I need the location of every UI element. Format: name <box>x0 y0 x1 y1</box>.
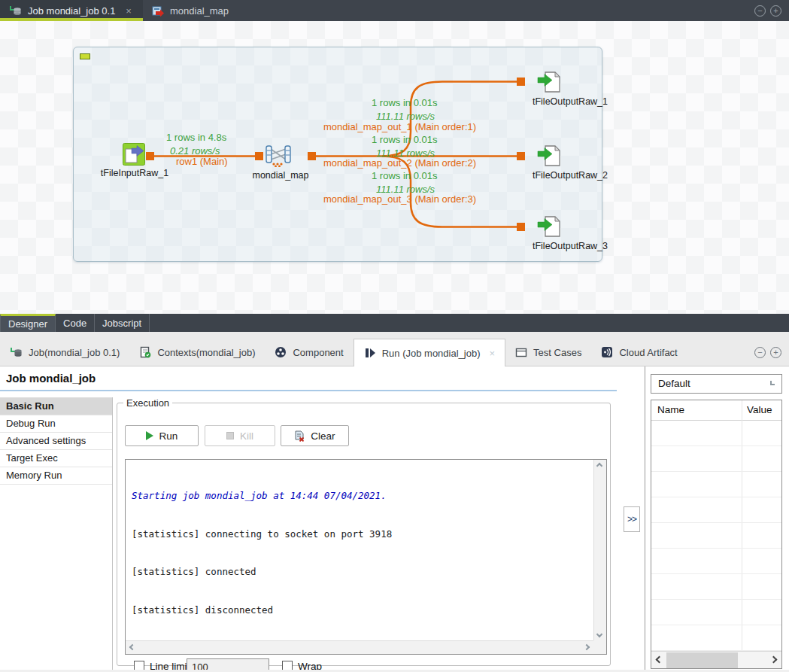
scroll-right-icon[interactable] <box>584 644 590 650</box>
tab-label: Jobscript <box>102 318 141 329</box>
context-dropdown[interactable]: Default <box>651 374 782 394</box>
tab-cloud-artifact[interactable]: Cloud Artifact <box>591 339 687 366</box>
component-label[interactable]: tFileInputRaw_1 <box>74 168 196 178</box>
tab-jobscript[interactable]: Jobscript <box>95 314 150 332</box>
table-row <box>651 549 781 574</box>
connector-square[interactable] <box>517 152 525 160</box>
table-horizontal-scrollbar[interactable] <box>651 651 781 668</box>
component-tfileoutputraw-3[interactable] <box>537 215 561 241</box>
job-canvas[interactable]: tFileInputRaw_1 mondial_map <box>73 47 602 262</box>
console-line: [statistics] connecting to socket on por… <box>132 528 587 541</box>
console-line: [statistics] connected <box>132 566 587 579</box>
run-button[interactable]: Run <box>125 425 199 446</box>
out3-connection-label[interactable]: mondial_map_out_3 (Main order:3) <box>323 193 476 205</box>
kill-button-label: Kill <box>240 430 253 442</box>
contexts-icon <box>139 346 151 358</box>
component-tfileoutputraw-2[interactable] <box>537 144 561 170</box>
tmap-icon <box>264 144 293 167</box>
table-row <box>651 497 781 523</box>
sidebar-item-advanced-settings[interactable]: Advanced settings <box>0 433 112 450</box>
tab-run[interactable]: Run (Job mondial_job) × <box>354 339 505 366</box>
sidebar-item-debug-run[interactable]: Debug Run <box>0 415 112 433</box>
maximize-view-icon[interactable]: + <box>770 5 781 17</box>
console-horizontal-scrollbar[interactable] <box>126 640 593 654</box>
minimize-panel-icon[interactable]: − <box>754 347 766 358</box>
connector-square[interactable] <box>517 78 525 86</box>
tab-label: Job mondial_job 0.1 <box>28 5 115 17</box>
row1-rows-stat: 1 rows in 4.8s <box>166 132 226 143</box>
component-tfileinputraw-1[interactable] <box>123 143 145 169</box>
scroll-up-icon[interactable] <box>596 463 602 469</box>
console-vertical-scrollbar[interactable] <box>593 460 606 640</box>
table-row <box>651 472 781 497</box>
tab-test-cases[interactable]: Test Cases <box>505 339 591 366</box>
panel-divider <box>645 366 645 672</box>
run-view: Job mondial_job Basic Run Debug Run Adva… <box>0 366 789 672</box>
component-label[interactable]: tFileOutputRaw_1 <box>491 96 649 107</box>
connector-square[interactable] <box>146 152 154 160</box>
connector-square[interactable] <box>308 152 316 160</box>
file-output-icon <box>537 144 561 167</box>
table-body <box>651 421 781 651</box>
out1-connection-label[interactable]: mondial_map_out_1 (Main order:1) <box>323 121 476 132</box>
scrollbar-corner <box>593 640 606 654</box>
minimize-view-icon[interactable]: − <box>754 5 766 17</box>
column-header-value[interactable]: Value <box>747 404 772 415</box>
component-label[interactable]: mondial_map <box>220 170 341 181</box>
kill-button[interactable]: Kill <box>205 425 275 446</box>
talend-studio-window: Job mondial_job 0.1 × mondial_map − + <box>0 0 789 672</box>
expand-panel-button[interactable]: >> <box>624 506 640 532</box>
out2-connection-label[interactable]: mondial_map_out_2 (Main order:2) <box>323 157 476 169</box>
stop-icon <box>226 432 234 439</box>
connector-square[interactable] <box>255 152 263 160</box>
tab-label: Code <box>63 318 86 329</box>
console-line: [statistics] disconnected <box>132 604 587 617</box>
component-mondial-map[interactable] <box>264 144 293 170</box>
tab-label: Component <box>293 347 343 358</box>
sidebar-item-memory-run[interactable]: Memory Run <box>0 467 112 485</box>
component-tfileoutputraw-1[interactable] <box>537 71 561 96</box>
tab-label: Designer <box>8 318 47 330</box>
sidebar-item-target-exec[interactable]: Target Exec <box>0 450 112 467</box>
connector-square[interactable] <box>517 223 525 231</box>
tab-label: mondial_map <box>170 5 229 17</box>
clear-icon <box>294 430 305 442</box>
tab-job-panel[interactable]: Job(mondial_job 0.1) <box>0 339 129 366</box>
tab-designer[interactable]: Designer <box>0 314 56 332</box>
close-icon[interactable]: × <box>490 348 496 359</box>
design-workspace[interactable]: tFileInputRaw_1 mondial_map <box>0 21 789 314</box>
tab-label: Test Cases <box>533 347 581 358</box>
component-icon <box>275 346 287 358</box>
column-header-name[interactable]: Name <box>657 404 684 415</box>
component-label[interactable]: tFileOutputRaw_3 <box>491 241 649 251</box>
scroll-left-icon[interactable] <box>656 656 663 664</box>
maximize-panel-icon[interactable]: + <box>770 347 781 358</box>
connection-wires <box>74 47 603 263</box>
scroll-right-icon[interactable] <box>770 656 778 664</box>
run-sidebar: Basic Run Debug Run Advanced settings Ta… <box>0 397 112 485</box>
execution-console[interactable]: Starting job mondial_job at 14:44 07/04/… <box>125 459 607 655</box>
dropdown-chevron-box[interactable] <box>766 375 781 393</box>
file-output-icon <box>537 71 561 93</box>
tab-component[interactable]: Component <box>265 339 353 366</box>
out1-rate-stat: 111.11 rows/s <box>376 111 435 122</box>
scroll-left-icon[interactable] <box>129 644 135 650</box>
tab-contexts[interactable]: Contexts(mondial_job) <box>129 339 265 366</box>
tab-label: Contexts(mondial_job) <box>157 347 255 358</box>
console-output[interactable]: Starting job mondial_job at 14:44 07/04/… <box>127 461 592 639</box>
scroll-down-icon[interactable] <box>596 631 602 637</box>
table-row <box>651 446 781 472</box>
close-icon[interactable]: × <box>126 5 132 17</box>
table-row <box>651 523 781 549</box>
component-label[interactable]: tFileOutputRaw_2 <box>491 170 649 181</box>
scrollbar-thumb[interactable] <box>666 652 738 668</box>
tab-code[interactable]: Code <box>56 314 95 332</box>
tab-job-mondial-job[interactable]: Job mondial_job 0.1 × <box>0 0 143 21</box>
run-button-label: Run <box>159 430 178 442</box>
clear-button[interactable]: Clear <box>281 425 349 446</box>
tab-mondial-map[interactable]: mondial_map <box>143 0 238 21</box>
row1-connection-label[interactable]: row1 (Main) <box>176 156 228 167</box>
sidebar-item-basic-run[interactable]: Basic Run <box>0 398 112 415</box>
context-dropdown-value: Default <box>658 378 690 389</box>
clear-button-label: Clear <box>311 430 335 442</box>
